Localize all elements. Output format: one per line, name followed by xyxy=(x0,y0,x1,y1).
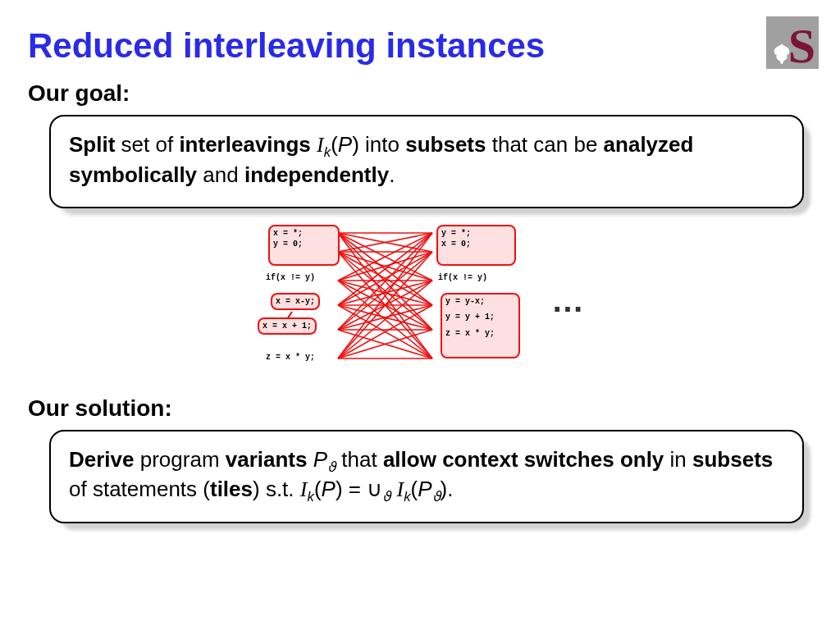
left-cond: if(x != y) xyxy=(262,271,318,285)
left-tile-1: x = *; y = 0; xyxy=(268,225,340,266)
right-tile-1: y = *; x = 0; xyxy=(436,225,516,266)
interleaving-diagram: x = *; y = 0; if(x != y) x = x-y; x = x … xyxy=(248,223,592,387)
left-tile-3: x = x + 1; xyxy=(258,317,317,336)
left-stmt-z: z = x * y; xyxy=(262,350,318,365)
oak-leaf-icon xyxy=(770,42,793,65)
right-tile-2: y = y-x; y = y + 1; z = x * y; xyxy=(441,293,520,358)
slide-title: Reduced interleaving instances xyxy=(28,26,812,66)
right-cond: if(x != y) xyxy=(435,271,491,285)
goal-box-container: Split set of interleavings Ik(P) into su… xyxy=(49,115,804,208)
presentation-slide: S Reduced interleaving instances Our goa… xyxy=(0,0,840,630)
left-tile-2: x = x-y; xyxy=(271,293,320,311)
solution-box-container: Derive program variants Pϑ that allow co… xyxy=(49,430,804,523)
ellipsis: … xyxy=(551,282,584,319)
goal-box: Split set of interleavings Ik(P) into su… xyxy=(49,115,804,208)
goal-label: Our goal: xyxy=(28,80,812,107)
solution-label: Our solution: xyxy=(28,395,812,422)
solution-box: Derive program variants Pϑ that allow co… xyxy=(49,430,804,523)
institution-logo: S xyxy=(766,16,819,69)
